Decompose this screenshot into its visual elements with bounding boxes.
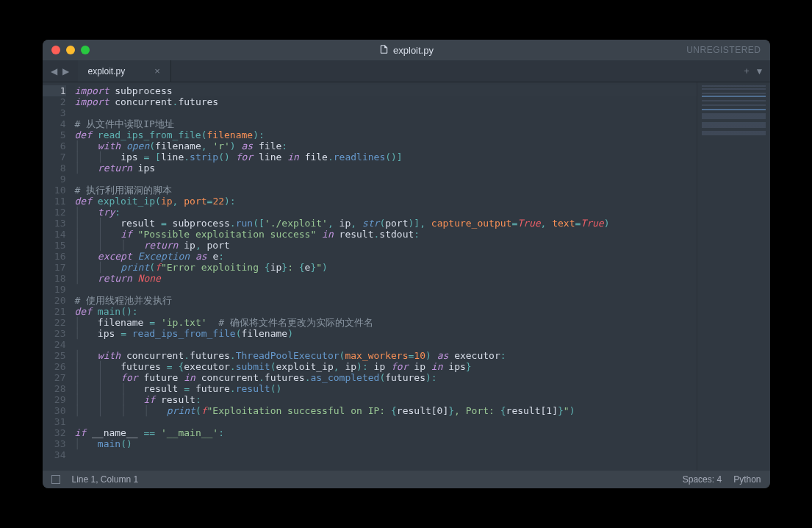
nav-forward-icon[interactable]: ▶ [60,66,72,76]
line-number: 9 [43,174,66,185]
line-number: 15 [43,240,66,251]
line-number: 8 [43,163,66,174]
line-number: 30 [43,405,66,416]
tab-exploit-py[interactable]: exploit.py × [78,60,171,82]
tabbar-controls: ＋ ▼ [742,60,770,82]
code-line[interactable]: │ try: [75,207,697,218]
status-bar: Line 1, Column 1 Spaces: 4 Python [43,471,770,488]
line-number: 33 [43,438,66,449]
line-number: 1 [43,85,66,96]
syntax-setting[interactable]: Python [733,474,761,485]
code-line[interactable]: def read_ips_from_file(filename): [75,129,697,140]
code-line[interactable] [75,416,697,427]
line-number: 23 [43,328,66,339]
code-line[interactable]: if __name__ == '__main__': [75,427,697,438]
line-number: 26 [43,361,66,372]
history-nav: ◀ ▶ [43,60,78,82]
code-line[interactable]: │ with open(filename, 'r') as file: [75,140,697,151]
code-line[interactable]: │ except Exception as e: [75,251,697,262]
line-number: 5 [43,129,66,140]
line-number: 11 [43,196,66,207]
code-line[interactable]: │ │ print(f"Error exploiting {ip}: {e}") [75,262,697,273]
window-title: exploit.py [378,44,434,57]
code-line[interactable]: import subprocess [75,85,697,96]
code-line[interactable]: │ │ │ result = future.result() [75,383,697,394]
line-number: 18 [43,273,66,284]
code-line[interactable]: │ │ futures = {executor.submit(exploit_i… [75,361,697,372]
minimap-preview [702,85,766,137]
line-number: 14 [43,229,66,240]
code-line[interactable]: │ │ │ │ print(f"Exploitation successful … [75,405,697,416]
line-number: 25 [43,350,66,361]
nav-back-icon[interactable]: ◀ [48,66,60,76]
code-line[interactable]: def main(): [75,306,697,317]
document-icon [378,44,389,57]
line-number: 22 [43,317,66,328]
line-number: 2 [43,96,66,107]
line-number: 7 [43,151,66,163]
code-line[interactable]: │ ips = read_ips_from_file(filename) [75,328,697,339]
code-line[interactable]: │ return ips [75,163,697,174]
zoom-window-button[interactable] [81,46,90,54]
code-line[interactable]: │ return None [75,273,697,284]
line-number: 20 [43,295,66,306]
line-number: 34 [43,449,66,460]
tab-menu-icon[interactable]: ▼ [755,66,764,76]
panel-switcher-icon[interactable] [51,475,60,484]
code-line[interactable]: │ │ result = subprocess.run(['./exploit'… [75,218,697,229]
code-line[interactable]: │ main() [75,438,697,449]
line-number: 17 [43,262,66,273]
code-line[interactable] [75,339,697,350]
editor-window: exploit.py UNREGISTERED ◀ ▶ exploit.py ×… [43,40,770,488]
code-line[interactable]: │ with concurrent.futures.ThreadPoolExec… [75,350,697,361]
line-number: 32 [43,427,66,438]
code-line[interactable] [75,284,697,295]
code-line[interactable]: │ filename = 'ip.txt' # 确保将文件名更改为实际的文件名 [75,317,697,328]
window-title-text: exploit.py [393,45,434,56]
line-number: 10 [43,185,66,196]
line-number: 28 [43,383,66,394]
unregistered-label: UNREGISTERED [686,45,761,55]
code-line[interactable] [75,107,697,118]
editor-area[interactable]: 1234567891011121314151617181920212223242… [43,82,770,471]
line-number: 19 [43,284,66,295]
line-number: 27 [43,372,66,383]
code-line[interactable] [75,174,697,185]
line-number: 13 [43,218,66,229]
code-line[interactable]: │ │ ips = [line.strip() for line in file… [75,151,697,163]
code-line[interactable]: def exploit_ip(ip, port=22): [75,196,697,207]
code-line[interactable]: # 执行利用漏洞的脚本 [75,185,697,196]
code-view[interactable]: import subprocessimport concurrent.futur… [73,82,697,471]
line-number: 3 [43,107,66,118]
minimap[interactable] [697,82,770,471]
cursor-position[interactable]: Line 1, Column 1 [72,474,139,485]
minimize-window-button[interactable] [66,46,75,54]
code-line[interactable]: │ │ for future in concurrent.futures.as_… [75,372,697,383]
code-line[interactable]: import concurrent.futures [75,96,697,107]
traffic-lights [43,46,90,54]
code-line[interactable]: # 从文件中读取IP地址 [75,118,697,129]
line-number: 16 [43,251,66,262]
code-line[interactable]: # 使用线程池并发执行 [75,295,697,306]
line-number: 21 [43,306,66,317]
titlebar: exploit.py UNREGISTERED [43,40,770,60]
close-tab-icon[interactable]: × [154,65,160,76]
line-number: 12 [43,207,66,218]
line-number: 29 [43,394,66,405]
code-line[interactable] [75,449,697,460]
line-number: 4 [43,118,66,129]
code-line[interactable]: │ │ │ return ip, port [75,240,697,251]
tab-label: exploit.py [88,66,126,76]
code-line[interactable]: │ │ │ if result: [75,394,697,405]
tab-bar: ◀ ▶ exploit.py × ＋ ▼ [43,60,770,82]
indent-setting[interactable]: Spaces: 4 [683,474,722,485]
line-number-gutter: 1234567891011121314151617181920212223242… [43,82,73,471]
line-number: 24 [43,339,66,350]
code-line[interactable]: │ │ if "Possible exploitation success" i… [75,229,697,240]
line-number: 6 [43,140,66,151]
new-tab-icon[interactable]: ＋ [742,65,751,77]
close-window-button[interactable] [51,46,60,54]
line-number: 31 [43,416,66,427]
